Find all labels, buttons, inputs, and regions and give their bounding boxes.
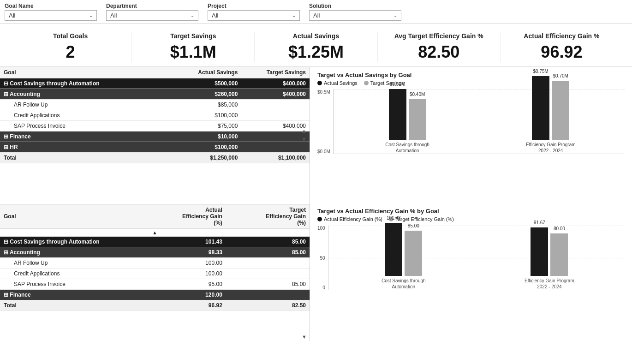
kpi-actual-eff: Actual Efficiency Gain % 96.92 (501, 32, 623, 62)
scroll-up-indicator[interactable]: ▲ (0, 228, 310, 236)
table-row: Credit Applications100.00 (0, 268, 310, 279)
row-target-savings: $400,000 (241, 89, 310, 100)
row-goal-label: Credit Applications (0, 268, 143, 279)
target-bar: $0.70M (552, 81, 569, 140)
table-row: ⊞ Accounting98.3385.00 (0, 247, 310, 257)
row-goal-label: SAP Process Invoice (0, 121, 173, 131)
row-target-eff: 82.50 (226, 300, 310, 310)
row-target-savings (241, 110, 310, 121)
y-label-0.5m: $0.5M (317, 90, 330, 95)
filter-department: Department All ⌄ (106, 3, 198, 21)
target-bar: $0.40M (409, 99, 426, 140)
row-actual-savings: $100,000 (173, 142, 242, 153)
bar-group: $0.50M$0.40MCost Savings throughAutomati… (343, 89, 472, 154)
chart1-y-axis: $0.5M $0.0M (317, 90, 333, 154)
x-axis-label: Cost Savings throughAutomation (385, 142, 429, 154)
kpi-row: Total Goals 2 Target Savings $1.1M Actua… (0, 24, 632, 67)
row-goal-label: AR Follow Up (0, 257, 143, 268)
y-label-50: 50 (320, 256, 325, 261)
chevron-down-icon: ⌄ (292, 13, 296, 18)
row-target-eff (226, 268, 310, 279)
scroll-down-btn-1[interactable]: ▼ (299, 136, 309, 143)
actual-bar-label: $0.75M (533, 69, 549, 74)
y-label-0.0m: $0.0M (317, 149, 330, 154)
kpi-target-savings-value: $1.1M (137, 42, 250, 62)
chevron-down-icon: ⌄ (191, 13, 194, 18)
target-savings-dot (364, 81, 369, 85)
col-target-eff-header: TargetEfficiency Gain(%) (226, 204, 310, 229)
row-actual-savings: $500,000 (173, 78, 242, 89)
scroll-up-btn-1[interactable]: ▲ (299, 127, 309, 135)
right-panel: Target vs Actual Savings by Goal Actual … (310, 67, 632, 341)
filter-solution-label: Solution (309, 3, 401, 9)
chart2-legend-target-label: Target Efficiency Gain (%) (395, 216, 454, 222)
actual-bar: $0.75M (532, 76, 549, 140)
target-bar: 85.00 (405, 231, 422, 276)
row-target-eff: 85.00 (226, 247, 310, 257)
table-row: ⊞ HR$100,000 (0, 142, 310, 153)
kpi-actual-eff-title: Actual Efficiency Gain % (505, 32, 618, 40)
table-row: Credit Applications$100,000 (0, 110, 310, 121)
row-actual-savings: $100,000 (173, 110, 242, 121)
table-row: SAP Process Invoice$75,000$400,000 (0, 121, 310, 131)
table-row: ⊟ Cost Savings through Automation$500,00… (0, 78, 310, 89)
chart2-legend: Actual Efficiency Gain (%) Target Effici… (317, 216, 625, 222)
row-actual-savings: $1,250,000 (173, 153, 242, 163)
chart2-y-axis: 100 50 0 (317, 226, 328, 290)
filter-solution-select[interactable]: All ⌄ (309, 10, 401, 21)
savings-table-container[interactable]: Goal Actual Savings Target Savings ⊟ Cos… (0, 67, 310, 204)
filter-department-label: Department (106, 3, 198, 9)
row-actual-savings: $85,000 (173, 100, 242, 110)
row-target-eff: 85.00 (226, 236, 310, 247)
table-row: ⊟ Cost Savings through Automation101.438… (0, 236, 310, 247)
row-goal-label: ⊞ Finance (0, 289, 143, 300)
row-actual-savings: $75,000 (173, 121, 242, 131)
kpi-total-goals: Total Goals 2 (9, 32, 132, 62)
row-goal-label: Total (0, 300, 143, 310)
row-goal-label: SAP Process Invoice (0, 279, 143, 289)
actual-bar-label: 101.43 (387, 215, 401, 221)
row-actual-eff: 120.00 (143, 289, 226, 300)
chart1-bars: $0.50M$0.40MCost Savings throughAutomati… (333, 90, 625, 154)
filter-goalname-select[interactable]: All ⌄ (5, 10, 97, 21)
col-actual-eff-header: ActualEfficiency Gain(%) (143, 204, 226, 229)
filter-project-select[interactable]: All ⌄ (208, 10, 300, 21)
efficiency-table-container[interactable]: Goal ActualEfficiency Gain(%) TargetEffi… (0, 204, 310, 341)
kpi-target-savings-title: Target Savings (137, 32, 250, 40)
col-goal-header-2: Goal (0, 204, 143, 229)
actual-bar: 91.67 (531, 227, 548, 276)
left-panel: Goal Actual Savings Target Savings ⊟ Cos… (0, 67, 310, 341)
chart1-legend-actual: Actual Savings (317, 80, 358, 86)
table-row: ⊞ Finance120.00 (0, 289, 310, 300)
kpi-avg-target-eff: Avg Target Efficiency Gain % 82.50 (378, 32, 501, 62)
row-target-eff (226, 289, 310, 300)
kpi-avg-target-eff-value: 82.50 (382, 42, 495, 62)
row-goal-label: ⊟ Cost Savings through Automation (0, 236, 143, 247)
row-actual-savings: $260,000 (173, 89, 242, 100)
filter-department-select[interactable]: All ⌄ (106, 10, 198, 21)
row-target-eff: 85.00 (226, 279, 310, 289)
chart1-section: Target vs Actual Savings by Goal Actual … (317, 72, 625, 200)
row-goal-label: ⊞ Accounting (0, 247, 143, 257)
bar-group: 101.4385.00Cost Savings throughAutomatio… (338, 223, 470, 290)
efficiency-table-section: Goal ActualEfficiency Gain(%) TargetEffi… (0, 204, 310, 341)
savings-table-section: Goal Actual Savings Target Savings ⊟ Cos… (0, 67, 310, 204)
scroll-down-btn-2[interactable]: ▼ (300, 334, 309, 340)
row-goal-label: AR Follow Up (0, 100, 173, 110)
chevron-down-icon: ⌄ (89, 13, 93, 18)
row-goal-label: ⊞ HR (0, 142, 173, 153)
row-target-savings: $1,100,000 (241, 153, 310, 163)
filter-project-value: All (212, 12, 218, 19)
row-goal-label: Credit Applications (0, 110, 173, 121)
chart1-legend-actual-label: Actual Savings (324, 80, 358, 86)
row-target-eff (226, 257, 310, 268)
col-actual-savings-header: Actual Savings (173, 67, 242, 78)
kpi-actual-eff-value: 96.92 (505, 42, 618, 62)
target-bar-label: $0.70M (553, 73, 568, 78)
kpi-actual-savings: Actual Savings $1.25M (255, 32, 377, 62)
table-row: AR Follow Up$85,000 (0, 100, 310, 110)
filter-goalname-label: Goal Name (5, 3, 97, 9)
filter-goalname: Goal Name All ⌄ (5, 3, 97, 21)
filter-project: Project All ⌄ (208, 3, 300, 21)
kpi-actual-savings-value: $1.25M (259, 42, 372, 62)
